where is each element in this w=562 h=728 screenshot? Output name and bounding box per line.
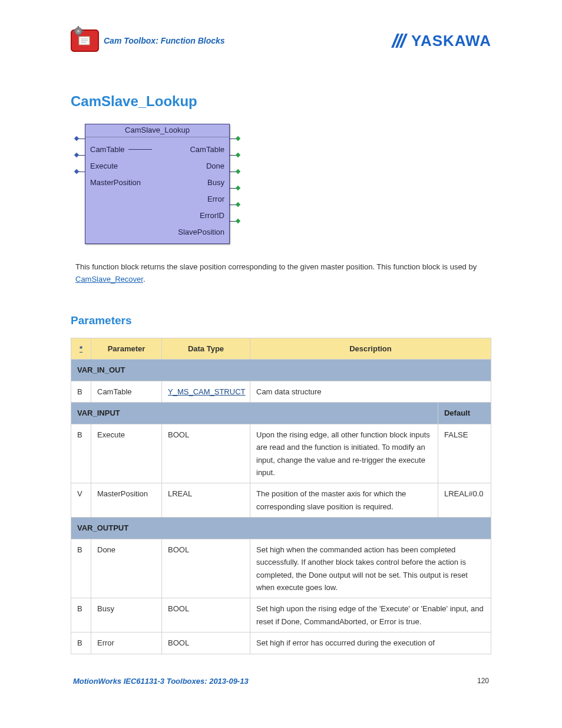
parameters-heading: Parameters [71, 314, 491, 327]
fb-row: CamTableCamTable [90, 141, 224, 157]
function-block-diagram: CamSlave_Lookup CamTableCamTableExecuteD… [71, 124, 491, 244]
toolbox-icon [71, 29, 99, 52]
fb-right-label: CamTable [190, 145, 224, 154]
page-title: CamSlave_Lookup [71, 93, 491, 110]
brand-text: YASKAWA [411, 32, 491, 50]
fb-right-label: Busy [207, 178, 224, 187]
output-pin [229, 188, 237, 189]
footer-title: MotionWorks IEC61131-3 Toolboxes: 2013-0… [73, 677, 249, 686]
svg-rect-3 [73, 31, 75, 32]
th-star: * [71, 338, 91, 359]
output-pin [229, 221, 237, 222]
fb-row: SlavePosition [90, 223, 224, 240]
input-pin [77, 155, 85, 156]
header-left: Cam Toolbox: Function Blocks [71, 29, 225, 52]
table-section-row: VAR_OUTPUT [71, 518, 491, 539]
output-pin [229, 205, 237, 205]
type-link[interactable]: Y_MS_CAM_STRUCT [168, 387, 245, 396]
fb-row: MasterPositionBusy [90, 174, 224, 190]
th-parameter: Parameter [91, 338, 162, 359]
inout-line [128, 149, 152, 150]
table-row: BErrorBOOLSet high if error has occurred… [71, 633, 491, 654]
output-pin [229, 172, 237, 172]
input-pin [77, 172, 85, 172]
table-header-row: * Parameter Data Type Description [71, 338, 491, 359]
table-section-row: VAR_INPUTDefault [71, 403, 491, 424]
fb-right-label: SlavePosition [178, 228, 224, 236]
parameters-table: * Parameter Data Type Description VAR_IN… [71, 338, 491, 654]
input-pin [77, 139, 85, 139]
fb-left-label: Execute [90, 162, 118, 170]
table-row: BDoneBOOLSet high when the commanded act… [71, 539, 491, 598]
svg-rect-1 [78, 26, 79, 28]
desc-link[interactable]: CamSlave_Recover [75, 275, 143, 284]
description-paragraph: This function block returns the slave po… [71, 261, 491, 286]
gear-icon [73, 26, 84, 37]
fb-right-label: Done [206, 162, 224, 170]
breadcrumb: Cam Toolbox: Function Blocks [104, 36, 225, 45]
fb-right-label: ErrorID [200, 211, 224, 220]
fb-left-label: MasterPosition [90, 178, 141, 187]
table-row: BCamTableY_MS_CAM_STRUCTCam data structu… [71, 381, 491, 402]
desc-text-a: This function block returns the slave po… [75, 262, 477, 271]
table-row: VMasterPositionLREALThe position of the … [71, 483, 491, 518]
svg-rect-2 [78, 34, 79, 37]
th-datatype: Data Type [162, 338, 250, 359]
fb-right-label: Error [207, 195, 224, 203]
th-description: Description [250, 338, 491, 359]
yaskawa-stripes-icon [391, 34, 408, 48]
table-row: BBusyBOOLSet high upon the rising edge o… [71, 598, 491, 633]
fb-row: ErrorID [90, 207, 224, 223]
page-footer: MotionWorks IEC61131-3 Toolboxes: 2013-0… [71, 677, 491, 686]
output-pin [229, 155, 237, 156]
document-icon [77, 35, 93, 46]
fb-row: Error [90, 190, 224, 207]
yaskawa-logo: YASKAWA [391, 32, 491, 50]
output-pin [229, 139, 237, 139]
svg-rect-4 [81, 31, 84, 32]
fb-left-label: CamTable [90, 145, 125, 154]
desc-text-b: . [143, 275, 146, 284]
fb-title: CamSlave_Lookup [85, 124, 229, 137]
fb-row: ExecuteDone [90, 157, 224, 174]
star-link[interactable]: * [80, 344, 82, 353]
footer-page: 120 [477, 677, 489, 685]
svg-point-5 [77, 30, 80, 33]
page-header: Cam Toolbox: Function Blocks YASKAWA [71, 29, 491, 52]
table-row: BExecuteBOOLUpon the rising edge, all ot… [71, 424, 491, 483]
table-section-row: VAR_IN_OUT [71, 360, 491, 381]
